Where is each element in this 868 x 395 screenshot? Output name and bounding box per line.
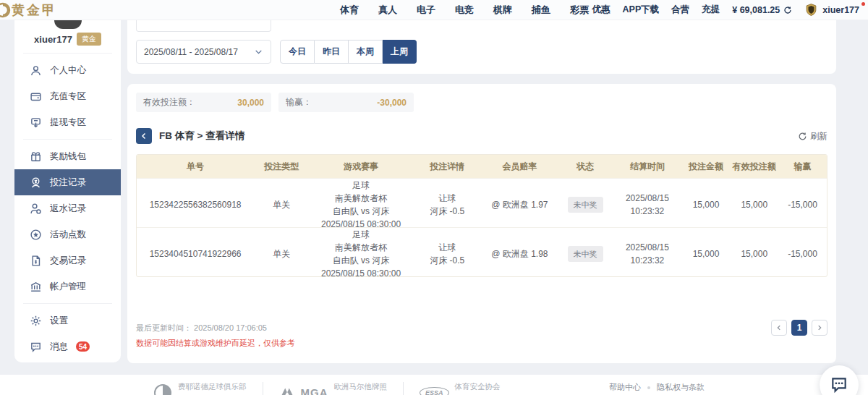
records-card: 有效投注额： 30,000 输赢： -30,000 FB 体育 > 查看详情 bbox=[127, 84, 836, 363]
pagination: 1 bbox=[771, 320, 827, 336]
event-cell: 足球 南美解放者杯 自由队 vs 河床 2025/08/15 08:30:00 bbox=[309, 228, 412, 277]
partner-feyenoord: 费耶诺德足球俱乐部 亚洲区域合作伙伴 bbox=[153, 381, 247, 395]
status-badge: 未中奖 bbox=[568, 246, 603, 263]
nav-lottery[interactable]: 彩票 bbox=[570, 4, 589, 17]
top-bar: 黄金甲 体育 真人 电子 电竞 棋牌 捕鱼 彩票 优惠 APP下载 合营 充提 … bbox=[0, 0, 868, 20]
dot-separator bbox=[647, 386, 650, 389]
feyenoord-logo-icon bbox=[153, 383, 172, 395]
sidebar-item-account-management[interactable]: 帐户管理 bbox=[14, 273, 121, 300]
privacy-terms-link[interactable]: 隐私权与条款 bbox=[657, 382, 705, 393]
valid-amount: 15,000 bbox=[741, 198, 767, 211]
balance-display[interactable]: ¥ 69,081.25 bbox=[732, 5, 792, 15]
period-today-button[interactable]: 今日 bbox=[280, 40, 315, 64]
username-text: xiuer177 bbox=[822, 5, 859, 15]
col-odds: 会员赔率 bbox=[482, 155, 558, 178]
sidebar-item-label: 个人中心 bbox=[50, 64, 86, 77]
sidebar-item-rebate-records[interactable]: 返水记录 bbox=[14, 195, 121, 221]
sidebar-item-label: 交易记录 bbox=[50, 255, 86, 267]
help-center-link[interactable]: 帮助中心 bbox=[609, 382, 641, 393]
period-yesterday-button[interactable]: 昨日 bbox=[315, 40, 349, 64]
footer: 费耶诺德足球俱乐部 亚洲区域合作伙伴 MGA 欧洲马尔他牌照 (MGA)认证 E… bbox=[0, 375, 868, 395]
sidebar-item-personal-center[interactable]: 个人中心 bbox=[14, 57, 121, 83]
date-range-value: 2025/08/11 - 2025/08/17 bbox=[144, 47, 238, 57]
page: 黄金甲 体育 真人 电子 电竞 棋牌 捕鱼 彩票 优惠 APP下载 合营 充提 … bbox=[0, 0, 868, 395]
link-deposit-withdraw[interactable]: 充提 bbox=[702, 4, 720, 16]
user-icon bbox=[30, 64, 42, 77]
chevron-right-icon bbox=[816, 324, 823, 331]
refresh-balance-icon[interactable] bbox=[783, 6, 792, 14]
next-page-button[interactable] bbox=[812, 320, 827, 336]
bet-amount: 15,000 bbox=[693, 198, 720, 211]
user-menu[interactable]: xiuer177 bbox=[804, 3, 859, 17]
game-select-partial[interactable] bbox=[136, 20, 271, 32]
sidebar-item-withdraw[interactable]: 提现专区 bbox=[14, 109, 121, 135]
mga-logo-text: MGA bbox=[301, 386, 328, 395]
chevron-left-icon bbox=[775, 324, 783, 331]
sidebar-item-settings[interactable]: 设置 bbox=[14, 307, 121, 334]
page-number-button[interactable]: 1 bbox=[791, 320, 807, 336]
bank-icon bbox=[30, 281, 42, 293]
partner-name: 欧洲马尔他牌照 bbox=[334, 382, 388, 391]
filter-row: 2025/08/11 - 2025/08/17 今日 昨日 本周 上周 bbox=[136, 40, 417, 64]
settle-time-cell: 2025/08/15 10:23:32 bbox=[613, 179, 681, 231]
transaction-doc-icon bbox=[30, 255, 42, 267]
sidebar-item-messages[interactable]: 消息 54 bbox=[14, 334, 121, 360]
sidebar-item-bet-records[interactable]: 投注记录 bbox=[14, 169, 121, 195]
bet-amount: 15,000 bbox=[693, 247, 720, 260]
order-no: 1523404510741922966 bbox=[150, 247, 242, 260]
nav-live[interactable]: 真人 bbox=[378, 4, 397, 17]
logo-emblem-icon bbox=[0, 1, 12, 19]
sidebar-item-reward-wallet[interactable]: 奖励钱包 bbox=[14, 143, 121, 169]
link-app-download[interactable]: APP下载 bbox=[623, 4, 660, 16]
status-badge: 未中奖 bbox=[568, 197, 603, 213]
bet-records-table: 单号 投注类型 游戏赛事 投注详情 会员赔率 状态 结算时间 投注金额 有效投注… bbox=[136, 154, 827, 277]
col-valid-amount: 有效投注额 bbox=[730, 155, 778, 178]
chat-bubble-icon bbox=[830, 375, 848, 394]
col-status: 状态 bbox=[558, 155, 613, 178]
gear-icon bbox=[30, 315, 42, 327]
nav-sports[interactable]: 体育 bbox=[340, 4, 359, 17]
nav-slots[interactable]: 电子 bbox=[417, 4, 435, 17]
refresh-button[interactable]: 刷新 bbox=[798, 130, 827, 143]
sidebar-item-activity-points[interactable]: 活动点数 bbox=[14, 221, 121, 247]
gift-icon bbox=[30, 150, 42, 163]
notification-dot bbox=[861, 2, 865, 6]
sidebar-item-deposit[interactable]: 充值专区 bbox=[14, 83, 121, 109]
refresh-label: 刷新 bbox=[810, 130, 827, 143]
main-content: 2025/08/11 - 2025/08/17 今日 昨日 本周 上周 有效投注… bbox=[127, 20, 836, 363]
back-button[interactable] bbox=[136, 128, 152, 144]
link-promotions[interactable]: 优惠 bbox=[592, 4, 610, 16]
partner-mga: MGA 欧洲马尔他牌照 (MGA)认证 bbox=[279, 381, 388, 395]
date-range-select[interactable]: 2025/08/11 - 2025/08/17 bbox=[136, 40, 271, 64]
nav-esports[interactable]: 电竞 bbox=[455, 4, 474, 17]
sidebar-item-label: 帐户管理 bbox=[50, 281, 86, 293]
footer-links: 帮助中心 隐私权与条款 bbox=[609, 382, 705, 393]
prev-page-button[interactable] bbox=[771, 320, 787, 336]
site-logo[interactable]: 黄金甲 bbox=[0, 1, 57, 19]
odds: @ 欧洲盘 1.98 bbox=[491, 247, 548, 260]
col-detail: 投注详情 bbox=[413, 155, 482, 178]
last-update-text: 最后更新时间： 2025/08/20 17:06:05 bbox=[136, 323, 295, 334]
period-last-week-button[interactable]: 上周 bbox=[383, 40, 417, 64]
divider bbox=[403, 382, 404, 395]
sidebar-item-transaction-records[interactable]: 交易记录 bbox=[14, 247, 121, 273]
period-this-week-button[interactable]: 本周 bbox=[349, 40, 383, 64]
nav-fishing[interactable]: 捕鱼 bbox=[532, 4, 550, 17]
sidebar-item-label: 投注记录 bbox=[50, 177, 86, 189]
detail-cell: 让球 河床 -0.5 bbox=[413, 179, 482, 231]
message-bubble-icon bbox=[30, 341, 42, 353]
col-event: 游戏赛事 bbox=[309, 155, 412, 178]
divider bbox=[23, 139, 112, 140]
divider bbox=[263, 382, 263, 395]
nav-cards[interactable]: 棋牌 bbox=[493, 4, 512, 17]
col-order-no: 单号 bbox=[137, 155, 254, 178]
section-header: FB 体育 > 查看详情 刷新 bbox=[136, 128, 827, 144]
link-affiliate[interactable]: 合营 bbox=[671, 4, 689, 16]
customer-service-fab[interactable] bbox=[820, 365, 859, 395]
table-row: 1523404510741922966 单关 足球 南美解放者杯 自由队 vs … bbox=[137, 227, 827, 276]
winloss-label: 输赢： bbox=[286, 96, 312, 109]
summary-row: 有效投注额： 30,000 输赢： -30,000 bbox=[136, 93, 827, 112]
valid-bet-value: 30,000 bbox=[237, 98, 264, 108]
table-body: 1523422556382560918 单关 足球 南美解放者杯 自由队 vs … bbox=[137, 178, 827, 276]
odds: @ 欧洲盘 1.97 bbox=[491, 198, 548, 211]
